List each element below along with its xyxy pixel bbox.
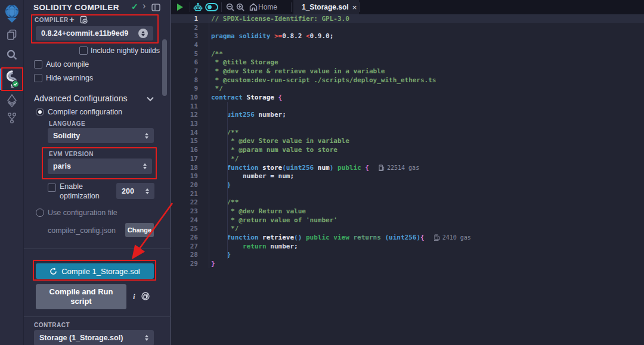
compile-and-run-button[interactable]: Compile and Run script: [36, 284, 126, 309]
line-number: 5: [171, 50, 209, 58]
contract-label: CONTRACT: [34, 322, 70, 328]
code-line[interactable]: 23 * @dev Return value: [171, 207, 644, 216]
line-code: }: [209, 251, 644, 260]
line-code: pragma solidity >=0.8.2 <0.9.0;: [209, 32, 644, 41]
play-icon[interactable]: [176, 3, 184, 11]
code-line[interactable]: 1// SPDX-License-Identifier: GPL-3.0: [171, 14, 644, 23]
tab-label: 1_Storage.sol: [302, 3, 349, 11]
line-number: 22: [171, 198, 209, 206]
line-number: 13: [171, 120, 209, 128]
publish-icon[interactable]: [79, 15, 88, 24]
chevron-down-icon[interactable]: [147, 97, 154, 101]
contract-select[interactable]: Storage (1_Storage.sol): [34, 330, 154, 345]
code-editor[interactable]: 1// SPDX-License-Identifier: GPL-3.023pr…: [171, 14, 644, 268]
code-line[interactable]: 12 uint256 number;: [171, 111, 644, 120]
panel-pin-icon[interactable]: [151, 4, 160, 11]
nightly-builds-checkbox[interactable]: [79, 46, 88, 55]
line-code: */: [209, 85, 644, 94]
code-line[interactable]: 27 return number;: [171, 242, 644, 251]
hide-warnings-label: Hide warnings: [46, 74, 93, 82]
line-code: }: [209, 181, 644, 189]
code-line[interactable]: 18 function store(uint256 num) public {2…: [171, 163, 644, 172]
code-line[interactable]: 19 number = num;: [171, 172, 644, 181]
gas-estimate-badge: 22514 gas: [379, 164, 419, 171]
code-line[interactable]: 9 */: [171, 85, 644, 94]
remix-ide-window: SOLIDITY COMPILER ✓ › COMPILER + 0.8.24+…: [0, 0, 644, 345]
line-code: }: [209, 259, 644, 268]
code-line[interactable]: 11: [171, 102, 644, 111]
code-line[interactable]: 29}: [171, 259, 644, 268]
line-number: 21: [171, 190, 209, 198]
line-number: 2: [171, 24, 209, 32]
line-number: 23: [171, 207, 209, 215]
advanced-configurations-header[interactable]: Advanced Configurations: [34, 94, 127, 103]
code-line[interactable]: 5/**: [171, 49, 644, 58]
compile-button[interactable]: Compile 1_Storage.sol: [36, 263, 154, 279]
code-line[interactable]: 3pragma solidity >=0.8.2 <0.9.0;: [171, 32, 644, 41]
optimization-runs-input[interactable]: 200: [116, 183, 154, 199]
auto-compile-checkbox[interactable]: [34, 60, 42, 69]
code-line[interactable]: 13: [171, 119, 644, 128]
solidity-compiler-icon[interactable]: [0, 70, 24, 89]
code-line[interactable]: 25 */: [171, 225, 644, 234]
info-icon[interactable]: i: [133, 292, 135, 302]
zoom-in-icon[interactable]: [236, 3, 244, 11]
code-line[interactable]: 2: [171, 23, 644, 32]
code-line[interactable]: 22 /**: [171, 198, 644, 207]
code-line[interactable]: 7 * @dev Store & retrieve value in a var…: [171, 67, 644, 76]
code-line[interactable]: 10contract Storage {: [171, 93, 644, 102]
compiler-version-select[interactable]: 0.8.24+commit.e11b9ed9: [36, 26, 153, 41]
code-line[interactable]: 24 * @return value of 'number': [171, 216, 644, 225]
code-line[interactable]: 20 }: [171, 181, 644, 189]
separator: [359, 2, 360, 12]
activity-bar: [0, 0, 24, 345]
git-icon[interactable]: [0, 112, 24, 124]
use-configuration-file-radio[interactable]: [36, 209, 44, 217]
line-number: 9: [171, 85, 209, 92]
code-line[interactable]: 15 * @dev Store value in variable: [171, 137, 644, 146]
tab-1-storage-sol[interactable]: 1_Storage.sol ×: [293, 0, 359, 14]
select-stepper-icon: [145, 335, 148, 341]
code-line[interactable]: 14 /**: [171, 128, 644, 137]
language-select[interactable]: Solidity: [48, 128, 154, 143]
code-line[interactable]: 28 }: [171, 251, 644, 260]
evm-version-select[interactable]: paris: [48, 158, 152, 174]
home-icon[interactable]: [249, 3, 258, 11]
line-code: /**: [209, 49, 644, 58]
line-number: 24: [171, 216, 209, 224]
line-number: 12: [171, 111, 209, 119]
deploy-run-icon[interactable]: [0, 94, 24, 107]
line-code: [209, 41, 644, 49]
copy-icon[interactable]: [141, 292, 150, 300]
zoom-out-icon[interactable]: [226, 3, 234, 11]
compiler-configuration-radio[interactable]: [36, 108, 44, 116]
compiler-configuration-label: Compiler configuration: [48, 108, 122, 116]
line-number: 25: [171, 225, 209, 232]
hide-warnings-checkbox[interactable]: [34, 74, 42, 82]
ai-toggle[interactable]: [205, 3, 218, 11]
ai-robot-icon[interactable]: [193, 2, 203, 12]
remix-logo: [0, 4, 24, 24]
panel-scrollbar[interactable]: [162, 39, 167, 96]
close-icon[interactable]: ×: [352, 4, 357, 11]
code-line[interactable]: 21: [171, 189, 644, 198]
code-line[interactable]: 4: [171, 41, 644, 49]
code-line[interactable]: 16 * @param num value to store: [171, 145, 644, 154]
auto-compile-label: Auto compile: [46, 60, 89, 69]
line-code: uint256 number;: [209, 111, 644, 120]
line-number: 18: [171, 164, 209, 172]
enable-optimization-checkbox[interactable]: [48, 184, 56, 192]
home-tab[interactable]: Home: [258, 3, 277, 11]
chevron-right-icon[interactable]: ›: [143, 1, 145, 11]
code-line[interactable]: 6 * @title Storage: [171, 58, 644, 67]
code-line[interactable]: 8 * @custom:dev-run-script ./scripts/dep…: [171, 76, 644, 85]
separator: [190, 2, 190, 12]
search-icon[interactable]: [0, 49, 24, 61]
code-line[interactable]: 17 */: [171, 154, 644, 163]
code-line[interactable]: 26 function retrieve() public view retur…: [171, 233, 644, 242]
compiler-label: COMPILER: [35, 17, 69, 23]
file-explorer-icon[interactable]: [0, 29, 24, 41]
add-compiler-icon[interactable]: +: [69, 14, 75, 24]
line-number: 15: [171, 137, 209, 145]
change-config-button[interactable]: Change: [125, 223, 154, 237]
